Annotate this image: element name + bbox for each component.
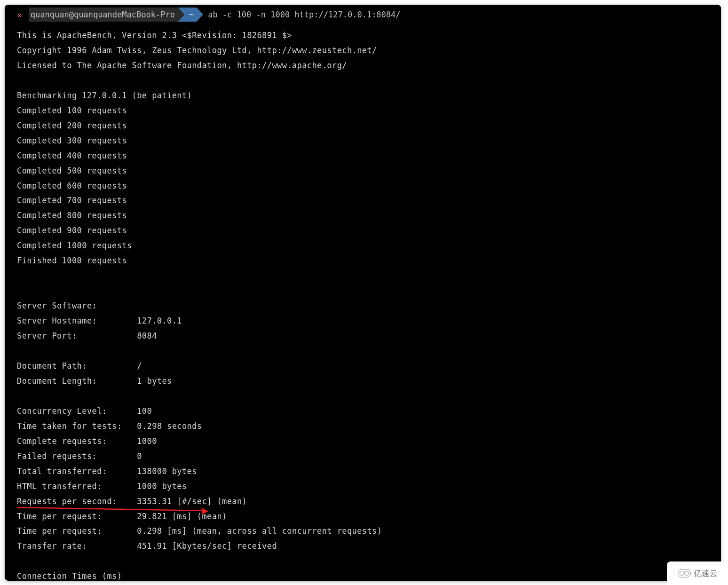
terminal-titlebar: ✕ quanquan@quanquandeMacBook-Pro ~ ab -c… (5, 5, 721, 24)
terminal-window: ✕ quanquan@quanquandeMacBook-Pro ~ ab -c… (5, 5, 721, 581)
prompt-host-segment: quanquan@quanquandeMacBook-Pro (29, 8, 184, 22)
watermark-logo-icon (678, 569, 691, 577)
close-icon[interactable]: ✕ (17, 10, 22, 20)
prompt-command-segment: ab -c 100 -n 1000 http://127.0.0.1:8084/ (197, 8, 406, 22)
terminal-output[interactable]: This is ApacheBench, Version 2.3 <$Revis… (5, 24, 721, 581)
watermark-badge: 亿速云 (667, 561, 728, 585)
watermark-text: 亿速云 (694, 568, 718, 579)
